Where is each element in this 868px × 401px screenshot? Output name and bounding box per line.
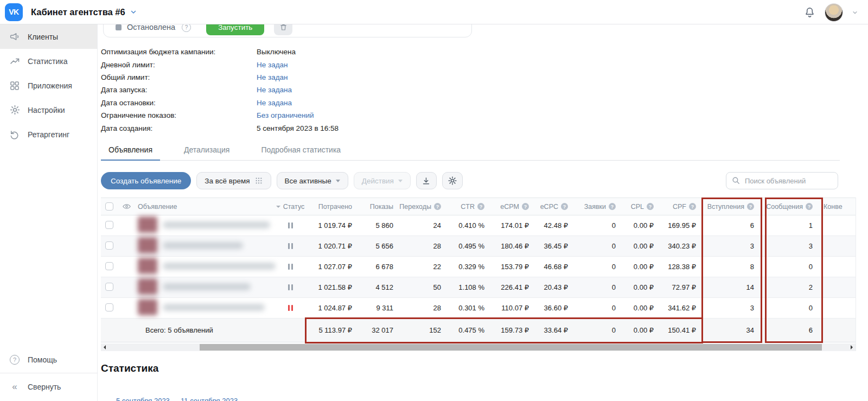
table-settings-button[interactable]	[442, 172, 463, 189]
cell-ecpc: 20.43 ₽	[535, 283, 575, 291]
table-row[interactable]: 1 021.58 ₽4 512501.108 %226.41 ₽20.43 ₽0…	[101, 277, 856, 298]
gear-icon	[9, 104, 21, 116]
table-row[interactable]: 1 027.07 ₽6 678220.329 %153.79 ₽46.68 ₽0…	[101, 257, 856, 277]
column-label: Заявки	[584, 203, 606, 211]
column-help-icon[interactable]: ?	[747, 203, 754, 210]
sidebar-item-retarget[interactable]: Ретаргетинг	[0, 122, 97, 147]
row-checkbox[interactable]	[101, 262, 117, 272]
column-header-name[interactable]: Объявление	[136, 203, 273, 211]
column-header-spent[interactable]: Потрачено	[307, 203, 359, 211]
sidebar-item-collapse[interactable]: «Свернуть	[0, 374, 98, 399]
ad-name-redacted	[136, 258, 273, 276]
detail-label: Оптимизация бюджета кампании:	[101, 48, 257, 56]
detail-value[interactable]: Не задан	[257, 73, 288, 81]
scroll-left-arrow-icon[interactable]	[104, 345, 106, 349]
sidebar-item-gear[interactable]: Настройки	[0, 98, 97, 122]
table-row[interactable]: 1 024.87 ₽9 311280.301 %110.07 ₽36.60 ₽0…	[101, 298, 856, 319]
column-header-cpf[interactable]: CPF?	[660, 203, 703, 211]
column-header-ecpm[interactable]: eCPM?	[491, 203, 535, 211]
column-header-conv[interactable]: Конве	[824, 203, 856, 211]
campaign-details: Оптимизация бюджета кампании:ВыключенаДн…	[101, 46, 339, 135]
cell-clicks: 22	[400, 263, 448, 271]
chevron-down-icon	[336, 180, 340, 182]
user-avatar[interactable]	[825, 3, 843, 22]
search-icon	[731, 176, 741, 185]
campaign-detail-row: Общий лимит:Не задан	[101, 71, 339, 84]
export-download-button[interactable]	[416, 172, 437, 189]
column-label: Статус	[283, 203, 305, 211]
column-header-status[interactable]: Статус	[273, 203, 307, 211]
status-filter-dropdown[interactable]: Все активные	[277, 172, 348, 189]
column-help-icon[interactable]: ?	[477, 203, 484, 210]
select-all-checkbox[interactable]	[101, 202, 117, 211]
vk-logo[interactable]: VK	[5, 3, 23, 21]
row-checkbox[interactable]	[101, 221, 117, 231]
cell-cpf: 169.95 ₽	[660, 221, 703, 230]
row-checkbox[interactable]	[101, 283, 117, 292]
statistics-date-range[interactable]: 5 сентября 2023 — 11 сентября 2023	[116, 397, 238, 401]
tab-item[interactable]: Детализация	[176, 143, 237, 160]
cell-leads: 0	[575, 283, 622, 291]
detail-value[interactable]: Не задана	[257, 86, 292, 94]
campaign-detail-row: Дата запуска:Не задана	[101, 84, 339, 96]
visibility-eye-icon[interactable]	[117, 202, 136, 211]
cell-ctr: 0.495 %	[448, 242, 491, 250]
column-help-icon[interactable]: ?	[434, 203, 441, 210]
column-header-leads[interactable]: Заявки?	[575, 203, 622, 211]
period-filter-button[interactable]: За всё время	[196, 172, 271, 189]
column-header-joins[interactable]: Вступления?	[703, 203, 764, 211]
stopped-status-icon	[116, 24, 122, 30]
tab-item[interactable]: Подробная статистика	[253, 143, 348, 160]
cabinet-chevron-down-icon[interactable]	[130, 8, 137, 16]
ad-thumbnail	[138, 237, 157, 253]
detail-value[interactable]: Без ограничений	[257, 111, 314, 119]
create-ad-button[interactable]: Создать объявление	[101, 172, 191, 189]
detail-value: Выключена	[257, 48, 296, 56]
cabinet-title[interactable]: Кабинет агентства #6	[31, 7, 125, 17]
row-checkbox[interactable]	[101, 303, 117, 313]
column-header-messages[interactable]: Сообщения?	[764, 203, 824, 211]
ad-thumbnail	[138, 278, 157, 295]
cell-cpl: 0.00 ₽	[622, 242, 660, 250]
column-header-clicks[interactable]: Переходы?	[400, 203, 448, 211]
scrollbar-thumb[interactable]	[200, 344, 822, 351]
sidebar-item-megaphone[interactable]: Клиенты	[0, 24, 97, 49]
ad-name-redacted	[136, 278, 273, 296]
column-header-ecpc[interactable]: eCPC?	[535, 203, 575, 211]
actions-dropdown[interactable]: Действия	[354, 172, 411, 189]
column-header-cpl[interactable]: CPL?	[622, 203, 660, 211]
sidebar-item-help-circle[interactable]: ?Помощь	[0, 347, 98, 372]
row-checkbox[interactable]	[101, 241, 117, 251]
column-help-icon[interactable]: ?	[647, 203, 654, 210]
tab-active[interactable]: Объявления	[101, 143, 160, 160]
detail-value[interactable]: Не задан	[257, 61, 288, 69]
sidebar-item-apps-grid[interactable]: Приложения	[0, 73, 97, 98]
profile-chevron-down-icon[interactable]	[852, 9, 858, 16]
column-help-icon[interactable]: ?	[522, 203, 529, 210]
notifications-bell-icon[interactable]	[803, 6, 816, 18]
cell-joins: 14	[703, 283, 764, 291]
cell-shows: 4 512	[359, 283, 400, 291]
detail-label: Общий лимит:	[101, 73, 257, 81]
sidebar-item-chart-trend[interactable]: Статистика	[0, 49, 97, 73]
scroll-right-arrow-icon[interactable]	[851, 345, 853, 349]
cell-spent: 1 024.87 ₽	[307, 304, 359, 312]
gear-icon	[448, 176, 457, 186]
cell-messages: 1	[764, 221, 824, 230]
cell-cpf: 128.38 ₽	[660, 263, 703, 271]
table-row[interactable]: 1 019.74 ₽5 860240.410 %174.01 ₽42.48 ₽0…	[101, 215, 856, 236]
table-row[interactable]: 1 020.71 ₽5 656280.495 %180.46 ₽36.45 ₽0…	[101, 236, 856, 257]
column-help-icon[interactable]: ?	[561, 203, 568, 210]
column-help-icon[interactable]: ?	[806, 203, 813, 210]
cell-leads: 0	[575, 263, 622, 271]
cell-shows: 5 860	[359, 221, 400, 230]
column-help-icon[interactable]: ?	[689, 203, 696, 210]
detail-value[interactable]: Не задана	[257, 99, 292, 107]
cell-leads: 0	[575, 221, 622, 230]
search-ads-input[interactable]	[726, 172, 838, 189]
column-header-shows[interactable]: Показы	[359, 203, 400, 211]
totals-ctr: 0.475 %	[448, 326, 491, 334]
column-header-ctr[interactable]: CTR?	[448, 203, 491, 211]
topbar: VK Кабинет агентства #6	[0, 0, 868, 24]
column-help-icon[interactable]: ?	[609, 203, 616, 210]
